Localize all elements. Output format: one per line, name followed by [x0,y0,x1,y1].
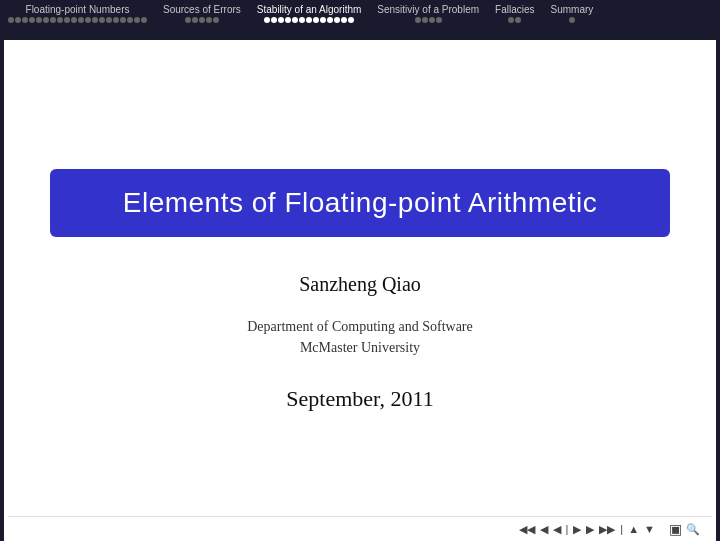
slide-title: Elements of Floating-point Arithmetic [98,187,622,219]
nav-prev-button[interactable]: ◀ [540,523,548,536]
slide-title-box: Elements of Floating-point Arithmetic [50,169,670,237]
nav-dots-sensitivity [415,17,442,23]
nav-section-prev-button[interactable]: ◀ [553,523,561,536]
presentation-tools: ▣ 🔍 [669,521,700,537]
nav-down-button[interactable]: ▼ [644,523,655,535]
nav-label-sources-errors: Sources of Errors [163,4,241,17]
nav-up-button[interactable]: ▲ [628,523,639,535]
fullscreen-button[interactable]: ▣ [669,521,682,537]
navigation-bar: Floating-point Numbers Sources of Er [0,0,720,36]
slide-department: Department of Computing and Software [247,319,473,334]
bottom-controls: ◀◀ ◀ ◀ | ▶ ▶ ▶▶ | ▲ ▼ ▣ 🔍 [8,516,712,541]
nav-label-fallacies: Fallacies [495,4,534,17]
nav-label-sensitivity: Sensitiviy of a Problem [377,4,479,17]
nav-label-summary: Summary [551,4,594,17]
nav-item-fallacies[interactable]: Fallacies [495,4,534,23]
slide-affiliation: Department of Computing and Software McM… [247,316,473,358]
nav-section-next-button[interactable]: ▶ [573,523,581,536]
nav-item-sources-errors[interactable]: Sources of Errors [163,4,241,23]
nav-item-summary[interactable]: Summary [551,4,594,23]
slide-author: Sanzheng Qiao [299,273,421,296]
nav-item-stability[interactable]: Stability of an Algorithm [257,4,362,23]
separator1: | [566,523,569,535]
search-button[interactable]: 🔍 [686,523,700,536]
separator2: | [620,523,623,535]
slide-university: McMaster University [300,340,420,355]
nav-last-button[interactable]: ▶▶ [599,523,615,536]
nav-item-floating-point[interactable]: Floating-point Numbers [8,4,147,23]
nav-dots-sources-errors [185,17,219,23]
beamer-nav-controls: ◀◀ ◀ ◀ | ▶ ▶ ▶▶ | ▲ ▼ [519,523,656,536]
nav-label-stability: Stability of an Algorithm [257,4,362,17]
nav-item-sensitivity[interactable]: Sensitiviy of a Problem [377,4,479,23]
nav-first-button[interactable]: ◀◀ [519,523,535,536]
nav-dots-fallacies [508,17,521,23]
slide-content: Elements of Floating-point Arithmetic Sa… [4,40,716,541]
nav-dots-floating-point [8,17,147,23]
nav-label-floating-point: Floating-point Numbers [26,4,130,17]
nav-dots-stability [264,17,354,23]
nav-dots-summary [569,17,575,23]
slide-date: September, 2011 [286,386,433,412]
nav-next-button[interactable]: ▶ [586,523,594,536]
